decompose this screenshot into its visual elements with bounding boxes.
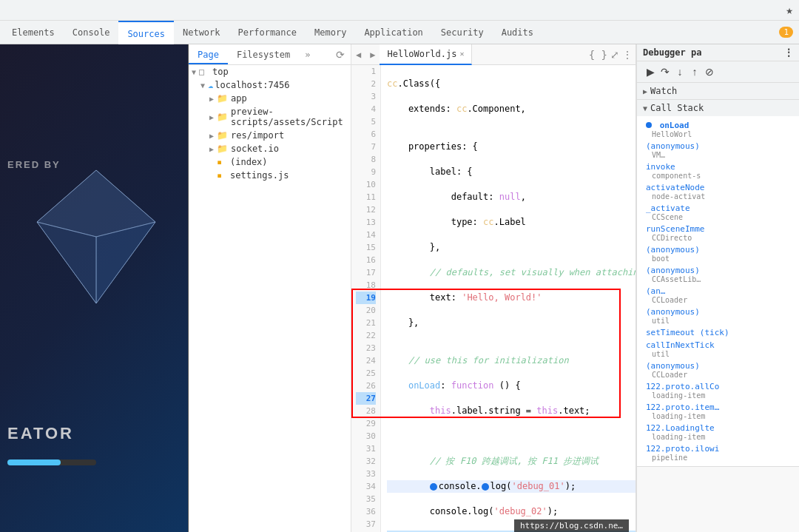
- callstack-item-sub: util: [646, 317, 790, 325]
- svg-marker-3: [37, 222, 96, 303]
- expand-icon[interactable]: ⤢: [610, 49, 619, 61]
- line-num: 21: [356, 317, 376, 329]
- code-tab-next-icon[interactable]: ▶: [365, 50, 380, 60]
- tab-network[interactable]: Network: [174, 21, 229, 44]
- step-over-button[interactable]: ↷: [658, 64, 672, 79]
- tab-console[interactable]: Console: [64, 21, 119, 44]
- step-out-button[interactable]: ↑: [687, 64, 702, 79]
- more-icon[interactable]: ⋮: [622, 49, 633, 61]
- callstack-item-name: _activate: [646, 203, 690, 213]
- code-line: properties: {: [387, 141, 636, 153]
- callstack-item-name: (anonymous): [646, 266, 700, 275]
- tree-item-socket[interactable]: ▶ 📁 socket.io: [189, 142, 351, 155]
- tab-memory[interactable]: Memory: [306, 21, 355, 44]
- tree-item-app[interactable]: ▶ 📁 app: [189, 92, 351, 105]
- canvas-diamond-svg: [30, 163, 163, 311]
- code-line: console.log('debug_02');: [387, 505, 636, 518]
- callstack-section-header[interactable]: ▼ Call Stack: [637, 100, 799, 116]
- canvas-created-by-text: ERED BY: [7, 159, 61, 170]
- line-num: 27: [356, 392, 376, 405]
- callstack-item-activate[interactable]: _activate CCScene: [637, 202, 799, 223]
- callstack-item-runscene[interactable]: runSceneImme CCDirecto: [637, 223, 799, 243]
- callstack-item-122proto2[interactable]: 122.proto.item… loading-item: [637, 401, 799, 422]
- tree-item-label: preview-scripts/assets/Script: [231, 107, 351, 127]
- debugger-more-icon[interactable]: ⋮: [784, 47, 793, 58]
- format-icon[interactable]: { }: [589, 49, 607, 61]
- callstack-item-settimeout[interactable]: setTimeout (tick): [637, 326, 799, 339]
- line-num: 22: [356, 329, 376, 342]
- bookmark-icon[interactable]: ★: [786, 3, 793, 17]
- step-into-button[interactable]: ↓: [672, 64, 687, 79]
- callstack-item-122loading[interactable]: 122.Loadinglte loading-item: [637, 422, 799, 442]
- resume-button[interactable]: ▶: [643, 64, 658, 79]
- callstack-item-sub: util: [646, 350, 790, 358]
- callstack-item-anon3[interactable]: (anonymous) CCAssetLib…: [637, 264, 799, 285]
- devtools-window: Elements Console Sources Network Perform…: [0, 21, 799, 532]
- chevron-icon: ▼: [189, 68, 199, 76]
- tree-tab-filesystem[interactable]: Filesystem: [228, 44, 299, 64]
- tab-application[interactable]: Application: [355, 21, 431, 44]
- code-lines: cc.Class({ extends: cc.Component, proper…: [381, 65, 636, 532]
- callstack-arrow-icon: ▼: [643, 104, 647, 112]
- callstack-item-name: (anonymous): [646, 307, 700, 317]
- callstack-item-anon2[interactable]: (anonymous) boot: [637, 243, 799, 264]
- code-editor[interactable]: 1 2 3 4 5 6 7 8 9 10 11 12 13: [351, 65, 636, 532]
- url-bar: https://blog.csdn.ne…: [514, 519, 629, 532]
- callstack-item-122proto1[interactable]: 122.proto.allCo loading-item: [637, 380, 799, 401]
- callstack-content: onLoad HelloWorl (anonymous) VM… invoke …: [637, 116, 799, 466]
- code-tab-close-btn[interactable]: ✕: [459, 44, 464, 64]
- code-line: type: cc.Label: [387, 216, 636, 229]
- tree-item-index[interactable]: ▶ ▪ (index): [189, 155, 351, 169]
- watch-label: Watch: [650, 86, 677, 96]
- tree-actions: ⟳: [333, 44, 351, 64]
- code-line: label: {: [387, 166, 636, 178]
- tree-item-preview-scripts[interactable]: ▶ 📁 preview-scripts/assets/Script: [189, 105, 351, 129]
- line-num: 32: [356, 455, 376, 468]
- devtools-tab-bar: Elements Console Sources Network Perform…: [0, 21, 799, 44]
- file-tree-tabs: Page Filesystem » ⟳: [189, 44, 351, 65]
- callstack-item-sub: loading-item: [646, 391, 790, 400]
- callstack-item-sub: HelloWorl: [646, 130, 790, 138]
- callstack-item-anon1[interactable]: (anonymous) VM…: [637, 140, 799, 161]
- callstack-item-name: 122.proto.allCo: [646, 382, 719, 391]
- callstack-item-sub: node-activat: [646, 192, 790, 201]
- callstack-item-sub: VM…: [646, 151, 790, 159]
- callstack-item-anon5[interactable]: (anonymous) util: [637, 306, 799, 326]
- callstack-item-activatenode[interactable]: activateNode node-activat: [637, 181, 799, 202]
- callstack-item-name: setTimeout (tick): [646, 328, 729, 337]
- folder-icon: 📁: [217, 112, 228, 122]
- callstack-item-anon4[interactable]: (an… CCLoader: [637, 285, 799, 306]
- tree-tab-page[interactable]: Page: [189, 44, 228, 64]
- callstack-item-name: 122.Loadinglte: [646, 423, 715, 433]
- tab-elements[interactable]: Elements: [3, 21, 64, 44]
- callstack-item-name: onLoad: [660, 121, 690, 130]
- callstack-item-122flow[interactable]: 122.proto.ilowi pipeline: [637, 442, 799, 463]
- callstack-item-name: (an…: [646, 286, 666, 296]
- callstack-item-onload[interactable]: onLoad HelloWorl: [637, 119, 799, 140]
- line-num: 36: [356, 505, 376, 518]
- tree-tab-more[interactable]: »: [299, 44, 316, 64]
- tree-item-res[interactable]: ▶ 📁 res/import: [189, 129, 351, 142]
- folder-icon: 📁: [217, 130, 228, 141]
- tree-item-localhost[interactable]: ▼ ☁ localhost:7456: [189, 78, 351, 92]
- tree-item-label: res/import: [231, 130, 351, 141]
- tree-item-settings[interactable]: ▶ ▪ settings.js: [189, 169, 351, 182]
- tree-sync-icon[interactable]: ⟳: [333, 47, 348, 62]
- svg-marker-2: [96, 222, 155, 303]
- code-tab-prev-icon[interactable]: ◀: [351, 50, 365, 60]
- callstack-item-anon6[interactable]: (anonymous) CCLoader: [637, 360, 799, 380]
- code-tab-helloworld[interactable]: HelloWorld.js ✕: [380, 44, 472, 65]
- callstack-item-callinnexttick[interactable]: callInNextTick util: [637, 339, 799, 360]
- js-file-icon: ▪: [217, 170, 227, 181]
- tab-security[interactable]: Security: [432, 21, 493, 44]
- tab-audits[interactable]: Audits: [493, 21, 542, 44]
- code-line: // defaults, set visually when attaching…: [387, 266, 636, 279]
- callstack-item-name: (anonymous): [646, 141, 700, 151]
- tab-performance[interactable]: Performance: [229, 21, 306, 44]
- watch-section-header[interactable]: ▶ Watch: [637, 83, 799, 99]
- deactivate-button[interactable]: ⊘: [702, 64, 717, 79]
- tab-sources[interactable]: Sources: [118, 21, 174, 44]
- callstack-item-invoke[interactable]: invoke component-s: [637, 161, 799, 181]
- tree-item-top[interactable]: ▼ □ top: [189, 65, 351, 78]
- code-tab-actions: { } ⤢ ⋮: [589, 49, 636, 61]
